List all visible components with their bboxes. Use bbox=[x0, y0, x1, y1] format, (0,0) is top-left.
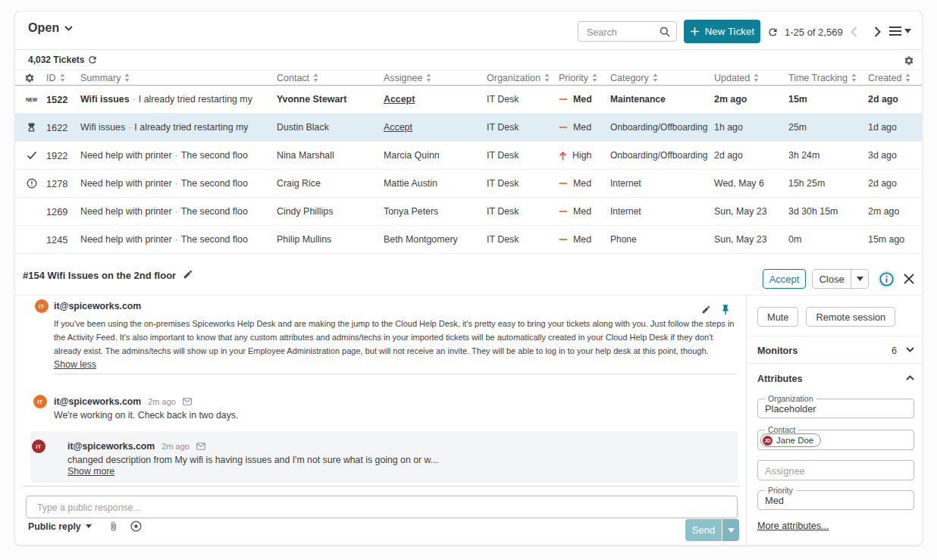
chevron-right-icon[interactable] bbox=[874, 27, 881, 37]
ticket-contact: Craig Rice bbox=[277, 178, 384, 189]
send-button-label[interactable]: Send bbox=[685, 519, 722, 541]
send-button[interactable]: Send bbox=[685, 519, 739, 541]
chevron-left-icon[interactable] bbox=[851, 27, 857, 37]
ticket-contact: Cindy Phillips bbox=[277, 206, 384, 217]
ticket-time-tracking: 3d 30h 15m bbox=[788, 206, 868, 217]
column-header-assignee[interactable]: Assignee bbox=[384, 73, 487, 83]
tickets-window: Open New Ticket 1-25 of 2,569 4,032 Tick… bbox=[15, 11, 922, 545]
accept-ticket-link[interactable]: Accept bbox=[384, 122, 412, 133]
close-options-caret[interactable] bbox=[851, 270, 868, 288]
priority-field[interactable]: Priority Med bbox=[757, 490, 914, 510]
ticket-row[interactable]: 1278 Need help with printer·The second f… bbox=[15, 170, 922, 198]
monitors-expand-chevron-icon[interactable] bbox=[906, 347, 914, 352]
ticket-row[interactable]: 1622 Wifi issues·I already tried restart… bbox=[15, 114, 922, 142]
ticket-category: Phone bbox=[610, 234, 714, 245]
ticket-contact: Nina Marshall bbox=[277, 150, 384, 161]
ticket-summary: Need help with printer·The second floo bbox=[80, 150, 277, 161]
attributes-collapse-chevron-icon[interactable] bbox=[906, 375, 914, 380]
contact-field[interactable]: Contact JD Jane Doe bbox=[757, 430, 914, 450]
edit-message-pencil-icon[interactable] bbox=[701, 305, 711, 314]
column-settings-gear-icon[interactable] bbox=[24, 73, 35, 83]
ticket-assignee: Mattie Austin bbox=[384, 178, 487, 189]
monitors-count: 6 bbox=[892, 346, 897, 356]
priority-field-value: Med bbox=[765, 495, 784, 506]
ticket-info-button[interactable] bbox=[878, 271, 895, 288]
app-root: Open New Ticket 1-25 of 2,569 4,032 Tick… bbox=[0, 0, 937, 560]
plus-icon bbox=[690, 27, 700, 36]
reply-type-dropdown[interactable]: Public reply bbox=[28, 521, 92, 532]
view-filter-dropdown[interactable]: Open bbox=[28, 21, 73, 35]
more-attributes-link[interactable]: More attributes... bbox=[757, 521, 829, 531]
show-more-link[interactable]: Show more bbox=[67, 466, 114, 477]
organization-field-label: Organization bbox=[765, 394, 816, 403]
priority-med-icon bbox=[559, 98, 568, 101]
email-envelope-icon bbox=[196, 443, 205, 450]
edit-title-pencil-icon[interactable] bbox=[183, 269, 193, 280]
canned-response-icon[interactable] bbox=[130, 521, 142, 532]
accept-ticket-link[interactable]: Accept bbox=[384, 94, 415, 105]
list-view-menu-button[interactable] bbox=[889, 27, 911, 36]
assignee-field[interactable]: Assignee bbox=[757, 460, 914, 480]
contact-chip[interactable]: JD Jane Doe bbox=[760, 433, 821, 447]
attach-paperclip-icon[interactable] bbox=[108, 521, 118, 532]
pin-message-icon[interactable] bbox=[721, 305, 730, 315]
ticket-updated: Sun, May 23 bbox=[714, 234, 788, 245]
new-ticket-button[interactable]: New Ticket bbox=[684, 20, 760, 43]
column-header-updated[interactable]: Updated bbox=[714, 73, 788, 83]
mute-button[interactable]: Mute bbox=[757, 307, 798, 327]
accept-button[interactable]: Accept bbox=[763, 269, 806, 289]
refresh-list-icon[interactable] bbox=[87, 55, 98, 65]
ticket-organization: IT Desk bbox=[487, 234, 559, 245]
close-button[interactable]: Close bbox=[812, 269, 869, 289]
search-input[interactable] bbox=[585, 23, 660, 42]
ticket-contact: Dustin Black bbox=[277, 122, 384, 133]
contact-chip-name: Jane Doe bbox=[776, 436, 813, 445]
table-settings-gear-icon[interactable] bbox=[904, 55, 914, 66]
sort-icon bbox=[905, 74, 910, 82]
ticket-summary: Wifi issues·I already tried restarting m… bbox=[80, 122, 277, 133]
new-ticket-label: New Ticket bbox=[705, 26, 755, 37]
message-body: We're working on it. Check back in two d… bbox=[54, 408, 238, 422]
column-header-contact[interactable]: Contact bbox=[277, 73, 384, 83]
sidebar-divider bbox=[747, 363, 923, 364]
public-response-input[interactable] bbox=[36, 498, 721, 518]
send-options-caret[interactable] bbox=[722, 519, 739, 541]
check-status-icon bbox=[27, 151, 37, 160]
ticket-category: Maintenance bbox=[610, 94, 714, 105]
response-composer bbox=[26, 496, 738, 518]
organization-field[interactable]: Organization Placeholder bbox=[757, 399, 914, 418]
ticket-row[interactable]: NEW 1522 Wifi issues·I already tried res… bbox=[15, 86, 922, 114]
message-sender: it@spiceworks.com bbox=[54, 301, 141, 311]
search-icon[interactable] bbox=[660, 27, 670, 37]
ticket-id: 1278 bbox=[46, 178, 80, 189]
ticket-time-tracking: 25m bbox=[788, 122, 868, 133]
caret-down-icon bbox=[86, 524, 92, 528]
ticket-time-tracking: 3h 24m bbox=[788, 150, 868, 161]
ticket-row[interactable]: 1922 Need help with printer·The second f… bbox=[15, 142, 922, 170]
column-header-category[interactable]: Category bbox=[610, 73, 714, 83]
remote-session-button[interactable]: Remote session bbox=[806, 307, 895, 327]
ticket-created: 3d ago bbox=[868, 150, 922, 161]
column-header-organization[interactable]: Organization bbox=[487, 73, 559, 83]
show-less-link[interactable]: Show less bbox=[54, 358, 737, 371]
close-detail-x-icon[interactable] bbox=[904, 274, 914, 284]
column-header-id[interactable]: ID bbox=[46, 73, 80, 83]
priority-field-label: Priority bbox=[765, 486, 796, 495]
ticket-row[interactable]: 1245 Need help with printer·The second f… bbox=[15, 226, 922, 254]
priority-med-icon bbox=[559, 238, 568, 241]
ticket-row[interactable]: 1269 Need help with printer·The second f… bbox=[15, 198, 922, 226]
message-sender: it@spiceworks.com bbox=[54, 396, 141, 407]
ticket-count: 4,032 Tickets bbox=[28, 55, 85, 65]
column-header-priority[interactable]: Priority bbox=[559, 73, 610, 83]
refresh-pagination-icon[interactable] bbox=[767, 27, 779, 38]
organization-field-value: Placeholder bbox=[765, 403, 816, 415]
column-header-created[interactable]: Created bbox=[868, 73, 922, 83]
ticket-created: 2m ago bbox=[868, 206, 922, 217]
ticket-assignee: Marcia Quinn bbox=[384, 150, 487, 161]
ticket-time-tracking: 0m bbox=[788, 234, 868, 245]
column-header-time-tracking[interactable]: Time Tracking bbox=[788, 73, 868, 83]
sort-icon bbox=[592, 74, 597, 82]
ticket-created: 2d ago bbox=[868, 178, 922, 189]
column-header-summary[interactable]: Summary bbox=[80, 73, 277, 83]
priority-med-icon bbox=[559, 126, 568, 129]
